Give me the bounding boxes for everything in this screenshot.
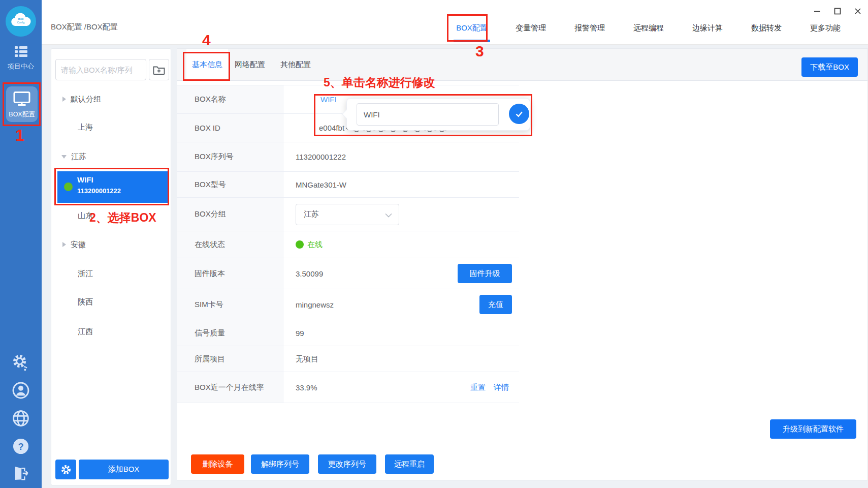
active-nav-underline: [454, 40, 490, 42]
name-edit-input[interactable]: [357, 103, 499, 126]
box-id-value: e004fbt: [319, 124, 344, 132]
account-icon[interactable]: [12, 382, 29, 399]
tree-group-anhui[interactable]: 安徽: [51, 239, 171, 250]
form-row-group: BOX分组 江苏: [177, 198, 519, 231]
form-row-serial: BOX序列号 113200001222: [177, 142, 519, 172]
form-row-online-status: 在线状态 在线: [177, 231, 519, 258]
tree-device-wifi-selected[interactable]: WIFI 113200001222: [57, 171, 168, 203]
firmware-upgrade-button[interactable]: 固件升级: [458, 264, 512, 283]
main-panel: 基本信息 网络配置 其他配置 下载至BOX BOX名称 WIFI BOX ID: [177, 48, 868, 480]
nav-data-forwarding[interactable]: 数据转发: [751, 20, 782, 36]
form-row-model: BOX型号 MNGate301-W: [177, 172, 519, 198]
form-row-online-rate: BOX近一个月在线率 33.9% 重置 详情: [177, 372, 519, 403]
maximize-button[interactable]: [827, 4, 848, 18]
form-row-signal: 信号质量 99: [177, 320, 519, 346]
online-rate-actions: 重置 详情: [470, 383, 509, 392]
sidebar-item-label: BOX配置: [6, 110, 38, 119]
basic-info-table: BOX名称 WIFI BOX ID e004fbt: [177, 85, 519, 403]
sidebar-item-box-config[interactable]: BOX配置: [6, 86, 38, 122]
tree-group-shanghai[interactable]: 上海: [51, 122, 171, 132]
language-globe-icon[interactable]: [12, 410, 29, 427]
tree-group-jiangsu[interactable]: 江苏: [51, 151, 171, 162]
confirm-name-button[interactable]: [509, 104, 529, 124]
svg-text:Config: Config: [17, 21, 25, 24]
header: BOX配置 /BOX配置 BOX配置 变量管理 报警管理 远程编程 边缘计算 数…: [42, 0, 868, 45]
sidebar-item-project-center[interactable]: 项目中心: [0, 46, 42, 71]
box-group-select[interactable]: 江苏: [296, 204, 399, 225]
box-config-app: Box Config 项目中心: [0, 0, 868, 488]
cloud-logo-icon: Box Config: [10, 12, 32, 30]
tree-group-zhejiang[interactable]: 浙江: [51, 268, 171, 279]
breadcrumb: BOX配置 /BOX配置: [51, 22, 118, 32]
panel-settings-button[interactable]: [55, 460, 76, 479]
tab-bar: 基本信息 网络配置 其他配置: [177, 49, 867, 81]
online-status-dot-icon: [296, 240, 304, 249]
tree-group-default[interactable]: 默认分组: [51, 94, 171, 104]
nav-edge-computing[interactable]: 边缘计算: [692, 20, 723, 36]
help-icon[interactable]: ?: [12, 438, 29, 455]
change-serial-button[interactable]: 更改序列号: [318, 454, 376, 474]
tab-other-config[interactable]: 其他配置: [275, 49, 316, 80]
logout-icon[interactable]: [13, 465, 29, 481]
chevron-right-icon[interactable]: [62, 242, 66, 247]
download-to-box-button[interactable]: 下载至BOX: [801, 57, 858, 77]
tab-basic-info[interactable]: 基本信息: [186, 49, 228, 80]
settings-wifi-icon[interactable]: [12, 353, 30, 372]
device-panel: 默认分组 上海 江苏 WIFI 113200001222 山东 安徽 浙江 陕西…: [51, 48, 171, 485]
tab-network-config[interactable]: 网络配置: [230, 49, 270, 80]
form-row-sim: SIM卡号 mingnewsz 充值: [177, 289, 519, 320]
app-logo[interactable]: Box Config: [6, 6, 36, 37]
details-link[interactable]: 详情: [494, 383, 509, 392]
device-name: WIFI: [77, 175, 93, 184]
reset-link[interactable]: 重置: [470, 383, 486, 392]
chevron-right-icon[interactable]: [62, 97, 66, 102]
sidebar: Box Config 项目中心: [0, 0, 42, 488]
device-serial: 113200001222: [77, 187, 121, 195]
online-status-text: 在线: [307, 240, 323, 250]
recharge-button[interactable]: 充值: [479, 295, 512, 314]
svg-text:?: ?: [18, 441, 23, 452]
tree-group-shaanxi[interactable]: 陕西: [51, 297, 171, 307]
box-name-link[interactable]: WIFI: [320, 95, 337, 104]
online-dot-icon: [64, 182, 73, 191]
upgrade-new-software-button[interactable]: 升级到新配置软件: [770, 419, 856, 439]
folder-plus-icon: [153, 65, 165, 75]
minimize-button[interactable]: [807, 4, 827, 18]
chevron-down-icon[interactable]: [61, 155, 67, 159]
remote-reboot-button[interactable]: 远程重启: [385, 454, 434, 474]
add-group-button[interactable]: [149, 59, 169, 80]
form-row-project: 所属项目 无项目: [177, 346, 519, 372]
nav-remote-programming[interactable]: 远程编程: [633, 20, 664, 36]
search-input[interactable]: [55, 59, 146, 80]
svg-text:Box: Box: [18, 17, 24, 20]
form-row-firmware: 固件版本 3.50099 固件升级: [177, 258, 519, 289]
grid-list-icon: [14, 51, 28, 59]
nav-variable-mgmt[interactable]: 变量管理: [516, 20, 546, 36]
close-button[interactable]: [848, 4, 868, 18]
delete-device-button[interactable]: 删除设备: [191, 454, 244, 474]
chevron-down-icon: [385, 213, 392, 218]
gear-icon: [60, 464, 72, 476]
nav-more-features[interactable]: 更多功能: [810, 20, 841, 36]
add-box-button[interactable]: 添加BOX: [79, 460, 169, 479]
unbind-serial-button[interactable]: 解绑序列号: [251, 454, 309, 474]
sidebar-item-label: 项目中心: [0, 62, 42, 71]
window-controls: [807, 4, 868, 18]
top-nav: BOX配置 变量管理 报警管理 远程编程 边缘计算 数据转发 更多功能: [457, 20, 841, 36]
tree-group-shandong[interactable]: 山东: [51, 210, 171, 221]
monitor-icon: [13, 91, 31, 106]
tree-group-jiangxi[interactable]: 江西: [51, 326, 171, 337]
check-icon: [514, 109, 524, 119]
nav-box-config[interactable]: BOX配置: [457, 20, 487, 36]
name-edit-popup: [346, 98, 530, 131]
nav-alarm-mgmt[interactable]: 报警管理: [574, 20, 605, 36]
